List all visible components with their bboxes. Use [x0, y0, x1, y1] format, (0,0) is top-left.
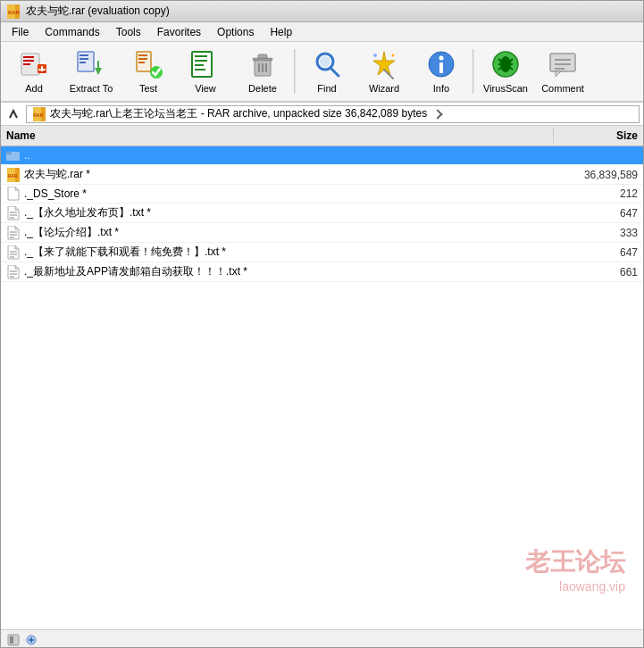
- test-button[interactable]: Test: [121, 46, 176, 97]
- svg-rect-15: [97, 61, 99, 70]
- column-name-header[interactable]: Name: [1, 128, 554, 144]
- txt-file-icon: [6, 265, 21, 279]
- test-label: Test: [139, 83, 157, 94]
- svg-rect-25: [195, 69, 205, 71]
- toolbar: Add Extract To T: [1, 42, 643, 103]
- nav-back-button[interactable]: [4, 105, 22, 123]
- svg-rect-13: [79, 62, 86, 63]
- svg-rect-59: [6, 152, 12, 154]
- file-name-cell: ..: [1, 147, 554, 163]
- extract-label: Extract To: [70, 83, 113, 94]
- virusscan-label: VirusScan: [483, 83, 528, 94]
- file-name: ._DS_Store *: [24, 187, 87, 200]
- file-name-cell: ._【来了就能下载和观看！纯免费！】.txt *: [1, 244, 554, 261]
- list-header: Name Size: [1, 126, 643, 146]
- address-path: 农夫与蛇.rar\上老王论坛当老王 - RAR archive, unpacke…: [50, 106, 427, 121]
- status-icon-2: [24, 633, 38, 647]
- find-label: Find: [317, 83, 336, 94]
- file-name: ._【论坛介绍】.txt *: [24, 225, 119, 240]
- view-icon: [189, 48, 222, 80]
- add-label: Add: [25, 83, 43, 94]
- svg-marker-51: [556, 71, 561, 77]
- file-name: 农夫与蛇.rar *: [24, 167, 90, 182]
- table-row[interactable]: ._【来了就能下载和观看！纯免费！】.txt * 647: [1, 243, 643, 262]
- info-label: Info: [433, 83, 449, 94]
- test-icon: [132, 48, 164, 80]
- menu-options[interactable]: Options: [210, 24, 261, 40]
- table-row[interactable]: RAR 农夫与蛇.rar * 36,839,589: [1, 165, 643, 185]
- menu-tools[interactable]: Tools: [109, 24, 148, 40]
- add-icon: [18, 48, 50, 80]
- table-row[interactable]: ..: [1, 146, 643, 165]
- delete-button[interactable]: Delete: [235, 46, 290, 97]
- rar-file-icon: RAR: [6, 168, 21, 182]
- view-button[interactable]: View: [178, 46, 233, 97]
- svg-point-38: [392, 54, 395, 57]
- file-name: ._最新地址及APP请发邮箱自动获取！！！.txt *: [24, 264, 247, 279]
- extract-icon: [75, 48, 107, 80]
- table-row[interactable]: ._最新地址及APP请发邮箱自动获取！！！.txt * 661: [1, 262, 643, 282]
- svg-point-37: [373, 54, 377, 57]
- file-name-cell: ._【永久地址发布页】.txt *: [1, 204, 554, 221]
- file-size: 36,839,589: [554, 168, 643, 182]
- svg-rect-23: [195, 60, 207, 62]
- svg-text:RAR: RAR: [8, 10, 21, 15]
- svg-rect-12: [79, 58, 88, 60]
- menu-help[interactable]: Help: [263, 24, 299, 40]
- menu-favorites[interactable]: Favorites: [150, 24, 208, 40]
- svg-line-33: [330, 68, 339, 76]
- status-bar: [1, 629, 643, 648]
- address-dropdown-arrow[interactable]: [432, 109, 442, 119]
- menu-commands[interactable]: Commands: [38, 24, 106, 40]
- file-size: 333: [554, 226, 643, 240]
- svg-rect-5: [23, 60, 34, 62]
- table-row[interactable]: ._DS_Store * 212: [1, 185, 643, 204]
- file-name-cell: ._DS_Store *: [1, 186, 554, 202]
- view-label: View: [195, 83, 216, 94]
- svg-rect-76: [10, 636, 13, 644]
- find-icon: [311, 48, 343, 80]
- comment-label: Comment: [541, 83, 584, 94]
- column-size-header[interactable]: Size: [554, 128, 643, 144]
- comment-icon: [547, 48, 579, 80]
- title-text: 农夫与蛇.rar (evaluation copy): [26, 4, 170, 19]
- file-size: 661: [554, 265, 643, 279]
- comment-button[interactable]: Comment: [535, 46, 590, 97]
- content-area: Name Size ..: [1, 126, 643, 629]
- svg-rect-19: [138, 62, 145, 63]
- file-name-cell: ._最新地址及APP请发邮箱自动获取！！！.txt *: [1, 263, 554, 280]
- delete-label: Delete: [248, 83, 277, 94]
- find-button[interactable]: Find: [299, 46, 355, 97]
- table-row[interactable]: ._【论坛介绍】.txt * 333: [1, 223, 643, 243]
- svg-rect-18: [138, 58, 147, 60]
- svg-text:RAR: RAR: [34, 112, 44, 118]
- svg-point-43: [500, 56, 511, 72]
- file-size: 647: [554, 245, 643, 260]
- menu-file[interactable]: File: [4, 24, 36, 40]
- title-bar: RAR 农夫与蛇.rar (evaluation copy): [1, 1, 643, 22]
- generic-file-icon: [6, 187, 21, 201]
- info-button[interactable]: Info: [414, 46, 469, 97]
- svg-rect-24: [195, 64, 204, 66]
- txt-file-icon: [6, 245, 21, 260]
- svg-rect-22: [195, 55, 207, 57]
- svg-text:RAR: RAR: [8, 173, 18, 179]
- svg-rect-9: [38, 69, 46, 71]
- add-button[interactable]: Add: [6, 46, 62, 97]
- delete-icon: [247, 48, 279, 80]
- svg-point-34: [320, 56, 330, 67]
- file-list[interactable]: Name Size ..: [1, 126, 643, 629]
- virusscan-icon: [489, 48, 522, 80]
- file-name: ..: [24, 149, 33, 162]
- file-size: 212: [554, 187, 643, 201]
- virusscan-button[interactable]: VirusScan: [478, 46, 533, 97]
- svg-point-40: [439, 56, 444, 61]
- extract-button[interactable]: Extract To: [63, 46, 119, 97]
- address-field[interactable]: RAR 农夫与蛇.rar\上老王论坛当老王 - RAR archive, unp…: [26, 105, 640, 123]
- wizard-label: Wizard: [369, 83, 399, 94]
- wizard-button[interactable]: Wizard: [356, 46, 412, 97]
- table-row[interactable]: ._【永久地址发布页】.txt * 647: [1, 204, 643, 223]
- file-name: ._【永久地址发布页】.txt *: [24, 205, 151, 220]
- rar-small-icon: RAR: [32, 107, 46, 121]
- file-name-cell: RAR 农夫与蛇.rar *: [1, 166, 554, 183]
